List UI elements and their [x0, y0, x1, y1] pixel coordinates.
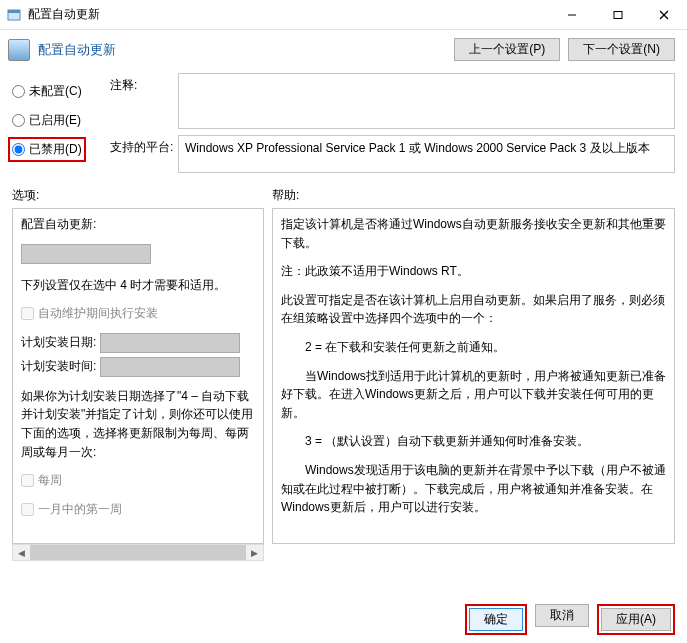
policy-icon: [8, 39, 30, 61]
help-p3: 此设置可指定是否在该计算机上启用自动更新。如果启用了服务，则必须在组策略设置中选…: [281, 291, 666, 328]
options-section-label: 选项:: [12, 187, 272, 204]
chk-maintenance-label: 自动维护期间执行安装: [38, 304, 158, 323]
help-p4: 2 = 在下载和安装任何更新之前通知。: [281, 338, 666, 357]
chk-weekly[interactable]: 每周: [21, 471, 255, 490]
options-note: 下列设置仅在选中 4 时才需要和适用。: [21, 276, 255, 295]
sched-date-label: 计划安装日期:: [21, 335, 96, 349]
app-icon: [6, 7, 22, 23]
help-p2: 注：此政策不适用于Windows RT。: [281, 262, 666, 281]
comment-field[interactable]: [178, 73, 675, 129]
cancel-button[interactable]: 取消: [535, 604, 589, 627]
radio-enabled[interactable]: 已启用(E): [12, 112, 100, 129]
prev-setting-button[interactable]: 上一个设置(P): [454, 38, 560, 61]
chk-first-week[interactable]: 一月中的第一周: [21, 500, 255, 519]
close-button[interactable]: [641, 0, 687, 30]
options-desc: 如果你为计划安装日期选择了"4 – 自动下载并计划安装"并指定了计划，则你还可以…: [21, 387, 255, 461]
help-section-label: 帮助:: [272, 187, 675, 204]
options-hscroll[interactable]: ◀ ▶: [12, 544, 264, 561]
radio-not-configured[interactable]: 未配置(C): [12, 83, 100, 100]
chk-weekly-label: 每周: [38, 471, 62, 490]
help-panel[interactable]: 指定该计算机是否将通过Windows自动更新服务接收安全更新和其他重要下载。 注…: [272, 208, 675, 544]
chk-first-week-label: 一月中的第一周: [38, 500, 122, 519]
maximize-button[interactable]: [595, 0, 641, 30]
apply-button[interactable]: 应用(A): [601, 608, 671, 631]
radio-not-configured-input[interactable]: [12, 85, 25, 98]
options-title: 配置自动更新:: [21, 215, 255, 234]
comment-label: 注释:: [110, 73, 178, 129]
help-p7: Windows发现适用于该电脑的更新并在背景中予以下载（用户不被通知或在此过程中…: [281, 461, 666, 517]
sched-time-select[interactable]: [100, 357, 240, 377]
help-p6: 3 = （默认设置）自动下载更新并通知何时准备安装。: [281, 432, 666, 451]
supported-field: Windows XP Professional Service Pack 1 或…: [178, 135, 675, 173]
svg-rect-1: [8, 10, 20, 13]
title-bar: 配置自动更新: [0, 0, 687, 30]
next-setting-button[interactable]: 下一个设置(N): [568, 38, 675, 61]
policy-title: 配置自动更新: [38, 41, 454, 59]
chk-maintenance[interactable]: 自动维护期间执行安装: [21, 304, 255, 323]
ok-highlight: 确定: [465, 604, 527, 635]
scroll-thumb[interactable]: [30, 545, 246, 560]
scroll-left-icon[interactable]: ◀: [13, 545, 30, 560]
radio-disabled[interactable]: 已禁用(D): [8, 137, 86, 162]
window-title: 配置自动更新: [28, 6, 549, 23]
radio-disabled-label: 已禁用(D): [29, 141, 82, 158]
radio-not-configured-label: 未配置(C): [29, 83, 82, 100]
help-p1: 指定该计算机是否将通过Windows自动更新服务接收安全更新和其他重要下载。: [281, 215, 666, 252]
chk-maintenance-input[interactable]: [21, 307, 34, 320]
window-controls: [549, 0, 687, 30]
minimize-button[interactable]: [549, 0, 595, 30]
help-p5: 当Windows找到适用于此计算机的更新时，用户将被通知更新已准备好下载。在进入…: [281, 367, 666, 423]
chk-weekly-input[interactable]: [21, 474, 34, 487]
apply-highlight: 应用(A): [597, 604, 675, 635]
radio-enabled-label: 已启用(E): [29, 112, 81, 129]
configure-select[interactable]: [21, 244, 151, 264]
radio-disabled-input[interactable]: [12, 143, 25, 156]
supported-label: 支持的平台:: [110, 135, 178, 173]
radio-enabled-input[interactable]: [12, 114, 25, 127]
policy-header: 配置自动更新 上一个设置(P) 下一个设置(N): [0, 30, 687, 69]
sched-date-select[interactable]: [100, 333, 240, 353]
sched-time-label: 计划安装时间:: [21, 359, 96, 373]
chk-first-week-input[interactable]: [21, 503, 34, 516]
options-panel[interactable]: 配置自动更新: 下列设置仅在选中 4 时才需要和适用。 自动维护期间执行安装 计…: [12, 208, 264, 544]
dialog-buttons: 确定 取消 应用(A): [465, 604, 675, 635]
scroll-right-icon[interactable]: ▶: [246, 545, 263, 560]
svg-rect-3: [614, 11, 622, 18]
ok-button[interactable]: 确定: [469, 608, 523, 631]
state-radios: 未配置(C) 已启用(E) 已禁用(D): [12, 73, 100, 179]
